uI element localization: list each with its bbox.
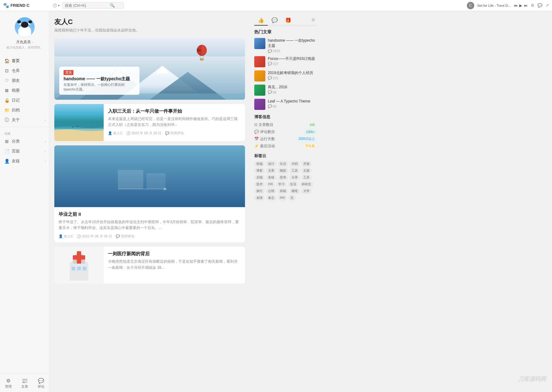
- tag-item-2[interactable]: 生活: [278, 161, 288, 167]
- hot-article-4[interactable]: 再见，2016 💬 96: [254, 85, 317, 96]
- activity-label: ⚡ 最后活动: [254, 144, 275, 149]
- sidebar-album-label: 相册: [12, 88, 20, 93]
- tag-item-0[interactable]: 前端: [254, 161, 265, 167]
- articles-badge: 106: [308, 123, 317, 127]
- tag-item-26[interactable]: 备忘: [266, 195, 276, 201]
- tag-item-24[interactable]: 大学: [301, 188, 312, 194]
- tag-item-15[interactable]: 技术: [254, 181, 265, 187]
- sidebar-item-diary[interactable]: 🔒 日记: [0, 95, 49, 105]
- right-sidebar: 👍 💬 🎁 ⚙ 热门文章 handsome —— 一款typecho主题 💬 1…: [250, 11, 321, 392]
- tag-item-11[interactable]: 友链: [266, 175, 276, 180]
- tag-item-20[interactable]: 旅行: [254, 188, 265, 194]
- article-card-3[interactable]: 一则医疗新闻的背后 今晚突然知道北京海淀区有病断近的病例，于是在知乎搜索了相关新…: [54, 247, 245, 284]
- tag-item-21[interactable]: 心情: [266, 188, 276, 194]
- comments-count-5: 94: [273, 105, 276, 108]
- hero-card[interactable]: 置顶 handsome —— 一款typecho主题 在复杂中，保持简洁。一款精…: [59, 67, 139, 95]
- tag-item-16[interactable]: css: [266, 181, 275, 187]
- play-button[interactable]: ▶: [519, 3, 522, 8]
- sidebar-item-friends[interactable]: ♡ 朋友: [0, 76, 49, 85]
- bubble-icon-3: 💬: [268, 76, 272, 80]
- search-icon: 🔍: [110, 3, 115, 8]
- bubble-icon-4: 💬: [268, 90, 272, 94]
- tag-item-9[interactable]: 主题: [301, 168, 312, 173]
- sidebar-item-warehouse[interactable]: ⊡ 仓库: [0, 66, 49, 76]
- time-widget[interactable]: 🕐 ▾: [52, 3, 60, 8]
- tag-item-14[interactable]: 工具: [301, 175, 312, 180]
- svg-rect-31: [73, 255, 85, 260]
- archive-icon: 📁: [4, 108, 9, 113]
- sidebar-item-links[interactable]: 👤 友链 ›: [0, 156, 49, 166]
- tag-item-3[interactable]: 代码: [289, 161, 300, 167]
- hero-card-desc: 在复杂中，保持简洁。一款精心打磨后的typecho主题。: [64, 82, 135, 92]
- article-date-1: 🕐 2022 年 06 月 26 日: [126, 131, 161, 136]
- hot-title-1: handsome —— 一款typecho主题: [268, 38, 317, 48]
- sidebar-articles[interactable]: 📰 文章: [21, 378, 28, 389]
- bubble-icon-1: 💬: [268, 49, 272, 53]
- activity-icon-info: ⚡: [254, 144, 259, 148]
- author-name-2: 友人C: [64, 234, 73, 239]
- next-button[interactable]: ⏭: [524, 3, 528, 8]
- articles-label: 文章: [21, 384, 28, 389]
- sidebar-item-category[interactable]: ⊞ 分类 ›: [0, 136, 49, 146]
- tag-item-17[interactable]: 学习: [276, 181, 287, 187]
- tab-gift[interactable]: 🎁: [281, 15, 295, 26]
- topbar-right: C Set for Life - Trent D... ⏮ ▶ ⏭ ⚙ 💬 ↗: [467, 2, 549, 9]
- prev-button[interactable]: ⏮: [514, 3, 517, 8]
- tag-item-10[interactable]: 后端: [254, 175, 265, 180]
- hot-comments-4: 💬 96: [268, 90, 317, 94]
- hot-article-2[interactable]: Focus——不只是RSS订阅器 💬 107: [254, 56, 317, 67]
- settings-icon[interactable]: ⚙: [531, 3, 534, 8]
- sidebar-about-label: 关于: [12, 117, 20, 123]
- sidebar-item-about[interactable]: ⓘ 关于 ›: [0, 115, 49, 125]
- tag-item-7[interactable]: 随想: [278, 168, 288, 173]
- hero-banner[interactable]: 置顶 handsome —— 一款typecho主题 在复杂中，保持简洁。一款精…: [54, 38, 245, 100]
- tag-item-4[interactable]: 开源: [301, 161, 312, 167]
- article-meta-1: 👤 友人C 🕐 2022 年 06 月 26 日 💬 关闭评论: [108, 131, 241, 136]
- tag-item-28[interactable]: 无: [288, 195, 296, 201]
- article-title-3: 一则医疗新闻的背后: [108, 250, 241, 257]
- tags-title: 标签云: [254, 153, 317, 159]
- tag-item-13[interactable]: 分享: [289, 175, 300, 180]
- sidebar-footer: ⚙ 管理 📰 文章 💬 评论: [0, 373, 49, 392]
- tab-like[interactable]: 👍: [254, 15, 268, 26]
- hot-article-info-1: handsome —— 一款typecho主题 💬 1815: [268, 38, 317, 53]
- blog-title: 友人C: [54, 17, 245, 27]
- user-avatar[interactable]: C: [467, 2, 474, 9]
- search-bar[interactable]: 🔍: [62, 2, 124, 9]
- hot-article-1[interactable]: handsome —— 一款typecho主题 💬 1815: [254, 38, 317, 53]
- sidebar-archive-label: 归档: [12, 107, 20, 113]
- sidebar-item-home[interactable]: 🏠 首页: [0, 56, 49, 66]
- tag-item-25[interactable]: 友情: [254, 195, 265, 201]
- tag-item-1[interactable]: 设计: [266, 161, 276, 167]
- tags-container: 前端设计生活代码开源博客文章随想工具主题后端友链思考分享工具技术css学习生活碎…: [254, 161, 317, 201]
- date-text-2: 2022 年 06 月 05 日: [82, 234, 112, 239]
- sidebar-item-archive[interactable]: 📁 归档: [0, 105, 49, 115]
- settings-btn[interactable]: ⚙: [310, 15, 317, 25]
- info-row-activity: ⚡ 最后活动 不久前: [254, 144, 317, 149]
- article-card-1[interactable]: 入职三天后：从一年只做一件事开始 本来这篇是上周就已经写完，但是一直没有时间稍作…: [54, 104, 245, 141]
- tag-item-23[interactable]: 随笔: [289, 188, 300, 194]
- sidebar-comments[interactable]: 💬 评论: [38, 378, 44, 389]
- tag-item-5[interactable]: 博客: [254, 168, 265, 173]
- time-dropdown-icon: ▾: [58, 4, 60, 7]
- hot-article-3[interactable]: 2019北邮考研我的个人经历 💬 101: [254, 70, 317, 81]
- share-icon[interactable]: ↗: [546, 3, 549, 8]
- hot-comments-5: 💬 94: [268, 104, 317, 108]
- tag-item-12[interactable]: 思考: [278, 175, 288, 180]
- sidebar-item-album[interactable]: ⊠ 相册: [0, 85, 49, 95]
- tag-item-6[interactable]: 文章: [266, 168, 276, 173]
- tag-item-18[interactable]: 生活: [288, 181, 298, 187]
- chat-icon[interactable]: 💬: [537, 3, 542, 8]
- sidebar-item-page[interactable]: 📄 页面 ›: [0, 146, 49, 156]
- tab-comment[interactable]: 💬: [268, 15, 281, 26]
- hot-article-5[interactable]: Leaf — A Typecho Theme 💬 94: [254, 99, 317, 110]
- article-card-2[interactable]: 毕业之前 II 终于毕业了。从去年10月份开始就着急的毕业论文到中期答辩，今年3…: [54, 145, 245, 242]
- sidebar-manage[interactable]: ⚙ 管理: [5, 378, 12, 389]
- tag-item-27[interactable]: seo: [278, 195, 287, 201]
- tag-item-8[interactable]: 工具: [289, 168, 300, 173]
- tag-item-22[interactable]: 前端: [278, 188, 288, 194]
- search-input[interactable]: [65, 3, 108, 8]
- tag-item-19[interactable]: 碎碎念: [300, 181, 313, 187]
- comments-count-1: 1815: [273, 49, 280, 53]
- sidebar-page-label: 页面: [12, 148, 20, 154]
